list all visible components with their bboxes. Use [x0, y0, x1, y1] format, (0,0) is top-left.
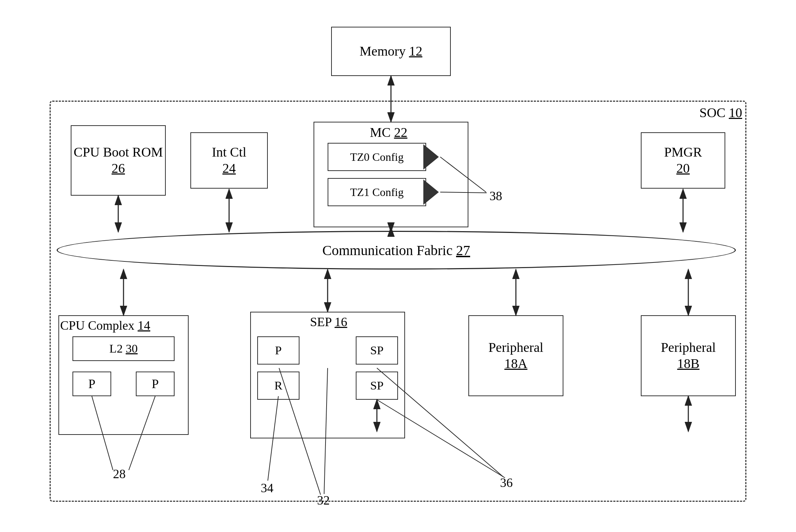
- tz1-arrow-indicator: [423, 179, 439, 205]
- cpu-boot-rom-box: CPU Boot ROM 26: [71, 125, 166, 196]
- fabric-label: Communication Fabric 27: [322, 242, 470, 259]
- ref28-label: 28: [113, 467, 126, 481]
- diagram-container: SOC 10 Memory 12 MC 22 TZ0 Config TZ1 Co…: [29, 16, 767, 516]
- tz0-arrow-indicator: [423, 144, 439, 170]
- sep-label: SEP 16: [310, 315, 347, 329]
- tz1-config-box: TZ1 Config: [328, 178, 426, 206]
- sep-sp2-box: SP: [356, 372, 398, 400]
- soc-label: SOC 10: [700, 105, 742, 120]
- sep-p-box: P: [257, 336, 299, 365]
- mc-label: MC 22: [370, 125, 408, 140]
- sep-sp-box: SP: [356, 336, 398, 365]
- peripheral-18b-box: Peripheral 18B: [641, 315, 736, 396]
- communication-fabric: Communication Fabric 27: [57, 231, 736, 270]
- peripheral-18a-box: Peripheral 18A: [468, 315, 563, 396]
- pmgr-box: PMGR 20: [641, 132, 725, 189]
- cpu-complex-label: CPU Complex 14: [60, 318, 150, 333]
- sep-r-box: R: [257, 372, 299, 400]
- ref38-label: 38: [489, 189, 502, 203]
- memory-box: Memory 12: [331, 27, 451, 76]
- ref32-label: 32: [317, 493, 330, 508]
- tz0-config-box: TZ0 Config: [328, 143, 426, 171]
- int-ctl-box: Int Ctl 24: [190, 132, 268, 189]
- ref36-label: 36: [500, 475, 513, 490]
- cpu-p-box-left: P: [72, 372, 111, 396]
- l2-box: L2 30: [72, 336, 175, 361]
- cpu-p-box-right: P: [136, 372, 175, 396]
- ref34-label: 34: [261, 481, 273, 495]
